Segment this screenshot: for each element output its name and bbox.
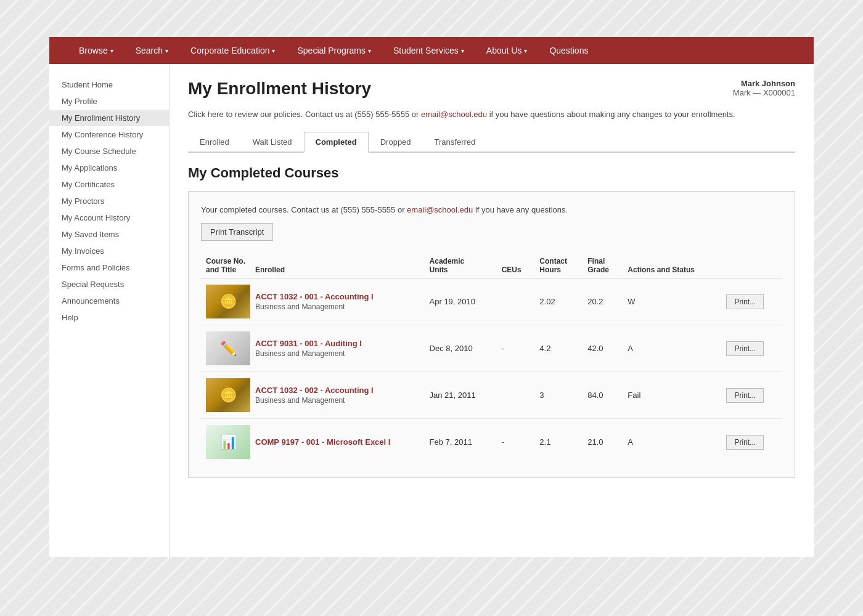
col-header-actions-and-status: Actions and Status: [623, 253, 721, 278]
print-button[interactable]: Print...: [726, 341, 764, 356]
sidebar-item-my-applications[interactable]: My Applications: [49, 160, 169, 176]
navbar-item-corporate-education[interactable]: Corporate Education ▾: [179, 37, 286, 64]
course-link[interactable]: ACCT 1032 - 001 - Accounting I: [255, 292, 374, 301]
box-text-before: Your completed courses. Contact us at (5…: [201, 205, 407, 214]
tab-wait-listed[interactable]: Wait Listed: [241, 132, 304, 153]
sidebar-item-my-profile[interactable]: My Profile: [49, 93, 169, 110]
course-thumbnail: [206, 331, 250, 365]
action-cell: Print...: [721, 419, 782, 466]
sidebar-item-help[interactable]: Help: [49, 309, 169, 326]
chevron-down-icon: ▾: [524, 47, 527, 54]
courses-box-text: Your completed courses. Contact us at (5…: [201, 204, 782, 216]
academic-units: [497, 278, 535, 325]
section-title: My Completed Courses: [188, 165, 795, 181]
course-link[interactable]: COMP 9197 - 001 - Microsoft Excel I: [255, 437, 390, 447]
sidebar-item-my-invoices[interactable]: My Invoices: [49, 243, 169, 259]
navbar-item-search[interactable]: Search ▾: [125, 37, 179, 64]
main-container: Student HomeMy ProfileMy Enrollment Hist…: [49, 64, 814, 557]
action-cell: Print...: [721, 372, 782, 419]
sidebar-item-special-requests[interactable]: Special Requests: [49, 276, 169, 293]
final-grade: W: [623, 278, 721, 325]
print-button[interactable]: Print...: [726, 388, 764, 403]
courses-box: Your completed courses. Contact us at (5…: [188, 191, 795, 479]
col-header-ceus: CEUs: [497, 253, 535, 278]
contact-hours: 84.0: [583, 372, 623, 419]
navbar-item-questions[interactable]: Questions: [538, 37, 599, 64]
enrolled-date: Apr 19, 2010: [425, 278, 497, 325]
sidebar-item-my-proctors[interactable]: My Proctors: [49, 193, 169, 209]
navbar-item-special-programs[interactable]: Special Programs ▾: [286, 37, 382, 64]
enrolled-date: Feb 7, 2011: [425, 419, 497, 466]
enrolled-date: Dec 8, 2010: [425, 325, 497, 372]
ceus: 2.1: [534, 419, 583, 466]
print-transcript-button[interactable]: Print Transcript: [201, 223, 273, 241]
print-button[interactable]: Print...: [726, 435, 764, 450]
sidebar-item-my-account-history[interactable]: My Account History: [49, 209, 169, 226]
navbar-item-browse[interactable]: Browse ▾: [68, 37, 125, 64]
sidebar-item-student-home[interactable]: Student Home: [49, 76, 169, 93]
course-thumbnail: [206, 425, 250, 459]
navbar-item-about-us[interactable]: About Us ▾: [475, 37, 539, 64]
table-row: ACCT 9031 - 001 - Auditing IBusiness and…: [201, 325, 782, 372]
policy-email-link[interactable]: email@school.edu: [421, 110, 487, 119]
policy-after: if you have questions about making any c…: [487, 110, 735, 119]
action-cell: Print...: [721, 325, 782, 372]
final-grade: Fail: [623, 372, 721, 419]
course-link[interactable]: ACCT 9031 - 001 - Auditing I: [255, 339, 362, 348]
courses-table: Course No. and TitleEnrolledAcademicUnit…: [201, 253, 782, 465]
chevron-down-icon: ▾: [368, 47, 371, 54]
sidebar-item-announcements[interactable]: Announcements: [49, 293, 169, 309]
action-cell: Print...: [721, 278, 782, 325]
course-link[interactable]: ACCT 1032 - 002 - Accounting I: [255, 386, 374, 395]
sidebar-item-my-course-schedule[interactable]: My Course Schedule: [49, 143, 169, 160]
tab-transferred[interactable]: Transferred: [423, 132, 488, 153]
col-header-academic-units: AcademicUnits: [425, 253, 497, 278]
tab-completed[interactable]: Completed: [304, 132, 369, 153]
contact-hours: 21.0: [583, 419, 623, 466]
sidebar-item-forms-and-policies[interactable]: Forms and Policies: [49, 259, 169, 276]
box-email-link[interactable]: email@school.edu: [407, 205, 473, 214]
table-head: Course No. and TitleEnrolledAcademicUnit…: [201, 253, 782, 278]
course-thumbnail: [206, 378, 250, 412]
col-header-final-grade: FinalGrade: [583, 253, 623, 278]
enrollment-tabs: EnrolledWait ListedCompletedDroppedTrans…: [188, 132, 795, 153]
academic-units: -: [497, 419, 535, 466]
sidebar-item-my-saved-items[interactable]: My Saved Items: [49, 226, 169, 243]
course-image-cell: [201, 372, 250, 419]
user-id: Mark — X000001: [733, 88, 795, 97]
table-row: ACCT 1032 - 002 - Accounting IBusiness a…: [201, 372, 782, 419]
course-image-cell: [201, 419, 250, 466]
navbar-item-student-services[interactable]: Student Services ▾: [382, 37, 475, 64]
course-category: Business and Management: [255, 396, 420, 405]
table-body: ACCT 1032 - 001 - Accounting IBusiness a…: [201, 278, 782, 466]
chevron-down-icon: ▾: [272, 47, 275, 54]
sidebar-item-my-certificates[interactable]: My Certificates: [49, 176, 169, 193]
contact-hours: 42.0: [583, 325, 623, 372]
final-grade: A: [623, 325, 721, 372]
table-row: COMP 9197 - 001 - Microsoft Excel IFeb 7…: [201, 419, 782, 466]
table-row: ACCT 1032 - 001 - Accounting IBusiness a…: [201, 278, 782, 325]
table-header-row: Course No. and TitleEnrolledAcademicUnit…: [201, 253, 782, 278]
final-grade: A: [623, 419, 721, 466]
navbar: Browse ▾Search ▾Corporate Education ▾Spe…: [49, 37, 814, 64]
contact-hours: 20.2: [583, 278, 623, 325]
col-header-course-no.-and-title: Course No. and Title: [201, 253, 250, 278]
ceus: 4.2: [534, 325, 583, 372]
tab-dropped[interactable]: Dropped: [369, 132, 423, 153]
page-title: My Enrollment History: [188, 79, 371, 99]
print-button[interactable]: Print...: [726, 294, 764, 309]
enrolled-date: Jan 21, 2011: [425, 372, 497, 419]
col-header-contact-hours: ContactHours: [534, 253, 583, 278]
course-image-cell: [201, 278, 250, 325]
sidebar-item-my-conference-history[interactable]: My Conference History: [49, 126, 169, 143]
policy-text: Click here to review our policies. Conta…: [188, 108, 795, 121]
course-image-cell: [201, 325, 250, 372]
academic-units: [497, 372, 535, 419]
col-header-enrolled: Enrolled: [250, 253, 425, 278]
tab-enrolled[interactable]: Enrolled: [188, 132, 241, 153]
course-title-cell: COMP 9197 - 001 - Microsoft Excel I: [250, 419, 425, 466]
chevron-down-icon: ▾: [165, 47, 168, 54]
sidebar-item-my-enrollment-history[interactable]: My Enrollment History: [49, 110, 169, 126]
user-info: Mark Johnson Mark — X000001: [733, 79, 795, 97]
course-title-cell: ACCT 1032 - 002 - Accounting IBusiness a…: [250, 372, 425, 419]
